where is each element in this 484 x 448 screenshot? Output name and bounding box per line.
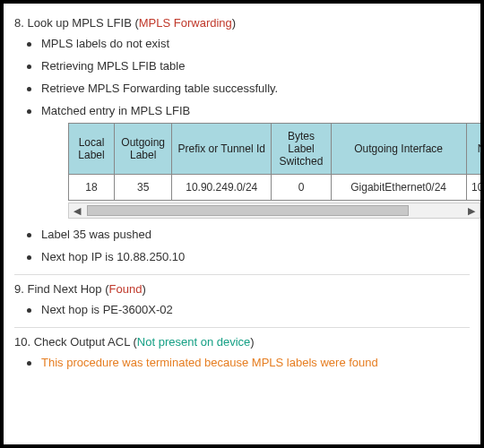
list-item: Retrieve MPLS Forwarding table successfu… [27, 82, 470, 95]
step-9-number: 9. [14, 282, 24, 296]
col-prefix: Prefix or Tunnel Id [172, 124, 272, 175]
table-header-row: Local Label Outgoing Label Prefix or Tun… [69, 124, 481, 175]
step-10: 10. Check Output ACL (Not present on dev… [14, 335, 470, 369]
bullet-text: MPLS labels do not exist [41, 37, 169, 50]
horizontal-scrollbar[interactable]: ◀ ▶ [68, 202, 480, 219]
step-9: 9. Find Next Hop (Found) Next hop is PE-… [14, 282, 470, 316]
cell-prefix: 10.90.249.0/24 [172, 175, 272, 201]
step-8-status: MPLS Forwarding [139, 16, 232, 30]
step-9-heading: 9. Find Next Hop (Found) [14, 282, 470, 296]
table-row: 18 35 10.90.249.0/24 0 GigabitEthernet0/… [69, 175, 481, 201]
list-item: Retrieving MPLS LFIB table [27, 59, 470, 73]
bullet-text: Retrieve MPLS Forwarding table successfu… [41, 82, 278, 95]
bullet-text: Next hop is PE-3600X-02 [41, 303, 173, 316]
list-item: Next hop is PE-3600X-02 [27, 303, 470, 316]
mpls-table-container: Local Label Outgoing Label Prefix or Tun… [68, 123, 480, 219]
scroll-right-icon[interactable]: ▶ [463, 205, 480, 217]
list-item: Next hop IP is 10.88.250.10 [27, 250, 470, 263]
col-local-label: Local Label [69, 124, 115, 175]
bullet-text: Next hop IP is 10.88.250.10 [41, 250, 185, 263]
step-8: 8. Look up MPLS LFIB (MPLS Forwarding) M… [14, 16, 470, 263]
mpls-lfib-table: Local Label Outgoing Label Prefix or Tun… [68, 123, 480, 201]
list-item: Label 35 was pushed [27, 228, 470, 241]
bullet-text: Retrieving MPLS LFIB table [41, 59, 185, 73]
steps-list: 8. Look up MPLS LFIB (MPLS Forwarding) M… [14, 16, 470, 369]
step-10-title: Check Output ACL [34, 335, 130, 349]
scroll-left-icon[interactable]: ◀ [69, 205, 85, 217]
divider [14, 327, 470, 328]
step-10-heading: 10. Check Output ACL (Not present on dev… [14, 335, 470, 349]
step-10-number: 10. [14, 335, 30, 349]
list-item: This procedure was terminated because MP… [27, 356, 470, 369]
step-9-title: Find Next Hop [27, 282, 101, 296]
divider [14, 274, 470, 275]
step-8-number: 8. [14, 16, 24, 30]
col-outgoing-label: Outgoing Label [115, 124, 172, 175]
bullet-text: Matched entry in MPLS LFIB [41, 104, 190, 117]
scroll-thumb[interactable] [87, 205, 409, 216]
step-8-bullets: MPLS labels do not exist Retrieving MPLS… [27, 37, 470, 263]
step-10-status: Not present on device [137, 335, 250, 349]
step-10-bullets: This procedure was terminated because MP… [27, 356, 470, 369]
list-item: MPLS labels do not exist [27, 37, 470, 50]
step-8-heading: 8. Look up MPLS LFIB (MPLS Forwarding) [14, 16, 470, 30]
list-item: Matched entry in MPLS LFIB Local Label O… [27, 104, 470, 219]
bullet-text: This procedure was terminated because MP… [41, 356, 378, 369]
col-interface: Outgoing Interface [331, 124, 466, 175]
step-8-title: Look up MPLS LFIB [27, 16, 131, 30]
cell-next-hop: 10.88.250.1 [466, 175, 480, 201]
cell-local-label: 18 [69, 175, 115, 201]
bullet-text: Label 35 was pushed [41, 228, 151, 241]
cell-bytes: 0 [272, 175, 332, 201]
scroll-track[interactable] [85, 203, 463, 218]
mpls-table-scroll[interactable]: Local Label Outgoing Label Prefix or Tun… [68, 123, 480, 201]
cell-interface: GigabitEthernet0/24 [331, 175, 466, 201]
step-9-bullets: Next hop is PE-3600X-02 [27, 303, 470, 316]
cell-outgoing-label: 35 [115, 175, 172, 201]
col-next-hop: Next Hop [466, 124, 480, 175]
step-9-status: Found [109, 282, 143, 296]
col-bytes: Bytes Label Switched [272, 124, 332, 175]
